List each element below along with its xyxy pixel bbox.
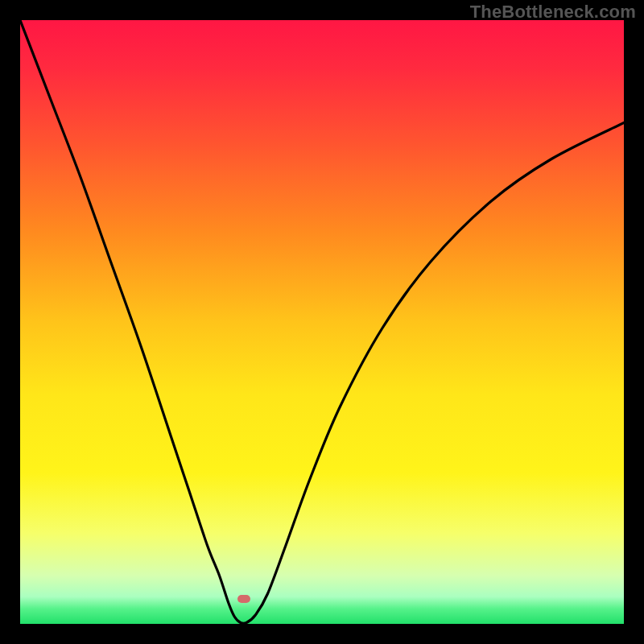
watermark-text: TheBottleneck.com [470,2,636,23]
gradient-background [20,20,624,624]
bottleneck-chart-svg [20,20,624,624]
plot-area [20,20,624,624]
chart-container: TheBottleneck.com [0,0,644,644]
minimum-marker-dot [237,595,250,603]
